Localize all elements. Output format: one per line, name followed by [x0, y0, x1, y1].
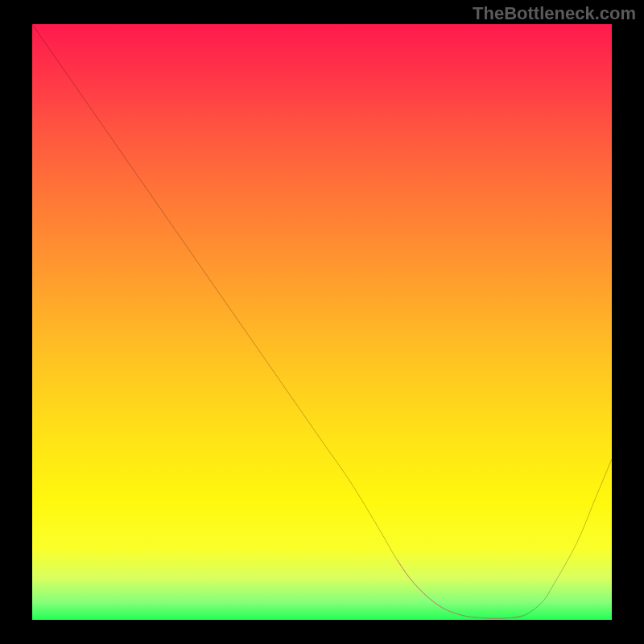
watermark-text: TheBottleneck.com — [473, 3, 636, 24]
chart-svg — [32, 24, 612, 620]
chart-plot-area — [32, 24, 612, 620]
optimal-range-marker-line — [398, 560, 525, 618]
bottleneck-curve-line — [32, 24, 612, 618]
